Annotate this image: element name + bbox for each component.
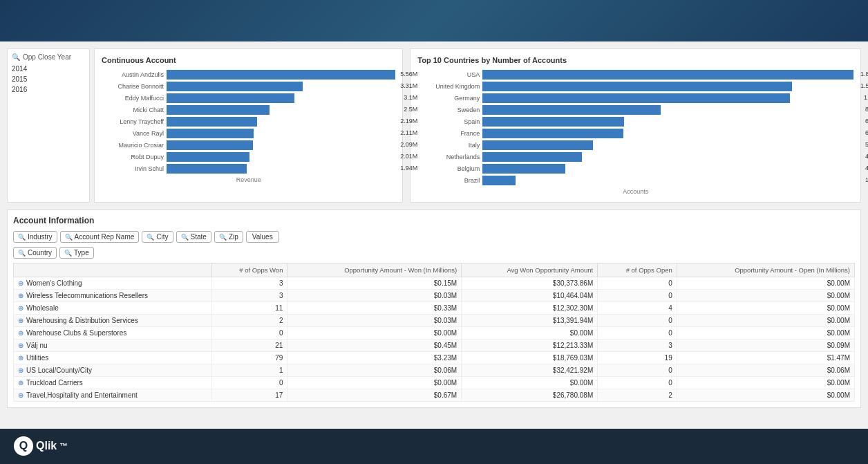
row-opps-open: 19 [598,352,677,364]
continuous-account-panel: Continuous Account Austin Andzulis 5.56M… [94,48,403,203]
cont-bar-fill [167,93,294,103]
table-row[interactable]: ⊕Women's Clothing 3 $0.15M $30,373.86M 0… [14,277,855,290]
cont-bar-row: Eddy Maffucci 3.1M [102,93,395,103]
row-name: ⊕Wholesale [14,302,212,315]
country-bar-fill [482,70,853,80]
country-bar-row: Germany 1.5k [417,93,853,103]
table-row[interactable]: ⊕Välj nu 21 $0.45M $12,213.33M 3 $0.09M [14,340,855,352]
country-bar-label: Brazil [417,177,480,184]
row-opps-won: 21 [212,340,287,352]
country-bar-container: 1.81k [482,70,853,80]
top-countries-title: Top 10 Countries by Number of Accounts [417,56,853,64]
country-bar-value: 538 [865,141,868,148]
qlik-logo-text: Qlik [36,440,57,452]
country-bar-row: United Kingdom 1.51k [417,82,853,91]
filter-chip-account-rep-name[interactable]: 🔍Account Rep Name [60,231,140,243]
row-opp-amt-won: $0.67M [287,389,462,402]
row-opps-won: 17 [212,389,287,402]
cont-bar-row: Robt Dupuy 2.01M [102,152,395,162]
row-avg-won: $32,421.92M [462,364,598,377]
row-opps-open: 3 [598,340,677,352]
table-row[interactable]: ⊕Warehouse Clubs & Superstores 0 $0.00M … [14,327,855,340]
cont-bar-value: 3.31M [400,82,417,89]
row-name: ⊕Travel,Hospitality and Entertainment [14,389,212,402]
country-bar-label: Sweden [417,106,480,113]
country-bar-fill [482,105,661,115]
row-opp-amt-won: $3.23M [287,352,462,364]
table-row[interactable]: ⊕Warehousing & Distribution Services 2 $… [14,315,855,327]
country-bar-row: Brazil 161 [417,176,853,185]
row-opp-amt-won: $0.03M [287,290,462,302]
cont-bar-container: 5.56M [167,70,395,80]
cont-bar-container: 2.01M [167,152,395,162]
year-2016[interactable]: 2016 [12,84,85,95]
row-opp-amt-won: $0.00M [287,377,462,389]
col-header-opps-open: # of Opps Open [598,263,677,277]
country-bar-fill [482,152,581,162]
filter-chip-city[interactable]: 🔍City [142,231,173,243]
table-row[interactable]: ⊕Utilities 79 $3.23M $18,769.03M 19 $1.4… [14,352,855,364]
row-opp-amt-open: $0.00M [677,290,854,302]
table-row[interactable]: ⊕Wireless Telecommunications Resellers 3… [14,290,855,302]
row-avg-won: $12,302.30M [462,302,598,315]
country-bar-value: 484 [865,153,868,160]
row-opps-open: 0 [598,315,677,327]
row-name: ⊕US Local/County/City [14,364,212,377]
country-bar-label: United Kingdom [417,83,480,90]
filter-chip-country[interactable]: 🔍Country [13,247,57,259]
country-bar-fill [482,164,565,174]
row-avg-won: $12,213.33M [462,340,598,352]
row-avg-won: $13,391.94M [462,315,598,327]
table-row[interactable]: ⊕US Local/County/City 1 $0.06M $32,421.9… [14,364,855,377]
cont-bar-value: 2.19M [400,118,417,124]
table-row[interactable]: ⊕Wholesale 11 $0.33M $12,302.30M 4 $0.00… [14,302,855,315]
row-avg-won: $26,780.08M [462,389,598,402]
country-bar-value: 686 [865,129,868,136]
cont-bar-fill [167,164,247,174]
cont-bar-fill [167,70,395,80]
filter-chip-zip[interactable]: 🔍Zip [214,231,243,243]
row-opp-amt-won: $0.33M [287,302,462,315]
main-content: 🔍 Opp Close Year 2014 2015 2016 Continuo… [0,41,868,429]
row-opps-open: 2 [598,389,677,402]
row-avg-won: $0.00M [462,327,598,340]
cont-bar-value: 2.09M [400,141,417,148]
cont-bar-container: 3.31M [167,82,395,91]
country-bar-value: 689 [865,118,868,124]
cont-bar-label: Mauricio Crosiar [102,142,164,149]
row-opps-open: 0 [598,364,677,377]
cont-bar-row: Irvin Schul 1.94M [102,164,395,174]
table-row[interactable]: ⊕Travel,Hospitality and Entertainment 17… [14,389,855,402]
filter-chip-type[interactable]: 🔍Type [59,247,94,259]
row-name: ⊕Truckload Carriers [14,377,212,389]
filter-chip-industry[interactable]: 🔍Industry [13,231,57,243]
row-opp-amt-open: $0.00M [677,327,854,340]
account-info-title: Account Information [13,216,855,225]
row-name: ⊕Utilities [14,352,212,364]
country-bar-container: 686 [482,129,853,138]
row-opp-amt-open: $0.06M [677,364,854,377]
row-name: ⊕Warehouse Clubs & Superstores [14,327,212,340]
search-icon: 🔍 [181,234,189,241]
country-bar-container: 538 [482,140,853,150]
country-bar-value: 1.5k [864,94,868,101]
row-opps-won: 0 [212,377,287,389]
values-button[interactable]: Values [246,231,279,243]
cont-bar-value: 1.94M [400,165,417,171]
cont-bar-row: Charise Bonnoitt 3.31M [102,82,395,91]
filter-row-2: 🔍Country🔍Type [13,247,855,259]
top-countries-axis: Accounts [417,188,853,195]
year-2015[interactable]: 2015 [12,74,85,84]
filter-chip-state[interactable]: 🔍State [176,231,211,243]
row-opp-amt-won: $0.06M [287,364,462,377]
country-bar-fill [482,176,516,185]
row-opps-open: 0 [598,327,677,340]
table-row[interactable]: ⊕Truckload Carriers 0 $0.00M $0.00M 0 $0… [14,377,855,389]
year-2014[interactable]: 2014 [12,64,85,74]
country-bar-row: Netherlands 484 [417,152,853,162]
search-icon: 🔍 [219,234,227,241]
charts-row: 🔍 Opp Close Year 2014 2015 2016 Continuo… [7,48,861,203]
search-icon: 🔍 [18,250,26,257]
row-opp-amt-won: $0.03M [287,315,462,327]
row-opps-won: 79 [212,352,287,364]
